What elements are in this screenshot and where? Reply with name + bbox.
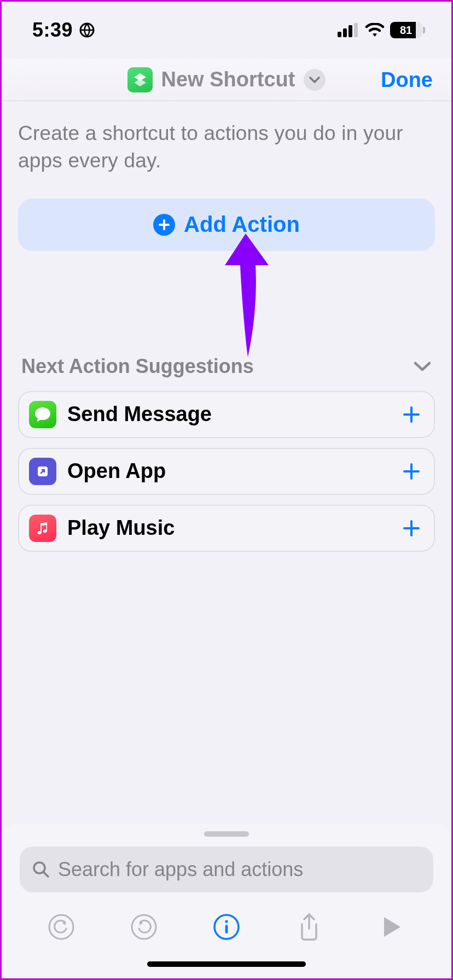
suggestion-send-message[interactable]: Send Message	[18, 391, 435, 438]
svg-rect-5	[354, 23, 358, 37]
suggestions-header: Next Action Suggestions	[21, 355, 254, 378]
music-app-icon	[29, 515, 56, 542]
svg-point-18	[132, 915, 156, 939]
status-time-group: 5:39	[32, 19, 95, 42]
svg-point-17	[49, 915, 73, 939]
intro-text: Create a shortcut to actions you do in y…	[18, 120, 435, 174]
suggestion-label: Send Message	[67, 402, 391, 426]
page-title: New Shortcut	[161, 68, 295, 91]
shortcuts-app-icon	[29, 458, 56, 485]
suggestion-label: Open App	[67, 459, 391, 483]
plus-icon[interactable]	[402, 462, 421, 481]
bottom-panel: Search for apps and actions	[3, 824, 450, 977]
cellular-signal-icon	[338, 23, 359, 37]
svg-rect-2	[338, 32, 341, 37]
status-time: 5:39	[32, 19, 73, 42]
sheet-grabber[interactable]	[204, 831, 249, 837]
shortcuts-app-icon	[127, 67, 153, 92]
status-bar: 5:39 81	[2, 2, 451, 59]
svg-line-16	[44, 872, 48, 877]
undo-button[interactable]	[47, 912, 76, 942]
content-area: Create a shortcut to actions you do in y…	[2, 101, 451, 552]
add-action-button[interactable]: Add Action	[18, 199, 435, 251]
svg-rect-21	[225, 925, 228, 934]
play-button[interactable]	[377, 912, 406, 942]
nav-bar: New Shortcut Done	[2, 59, 451, 101]
battery-indicator: 81	[390, 22, 425, 38]
plus-icon[interactable]	[402, 519, 421, 538]
svg-rect-4	[349, 25, 352, 37]
plus-icon[interactable]	[402, 405, 421, 424]
suggestion-list: Send Message Open App Play Music	[18, 391, 435, 552]
wifi-icon	[365, 23, 385, 37]
suggestion-open-app[interactable]: Open App	[18, 448, 435, 495]
redo-button[interactable]	[129, 912, 159, 942]
suggestion-label: Play Music	[67, 516, 391, 540]
svg-rect-3	[343, 28, 347, 37]
battery-percent: 81	[390, 22, 422, 38]
status-right: 81	[338, 22, 425, 38]
search-icon	[32, 860, 50, 879]
suggestion-play-music[interactable]: Play Music	[18, 505, 435, 552]
bottom-toolbar	[3, 892, 450, 961]
search-placeholder: Search for apps and actions	[58, 858, 303, 881]
suggestions-header-row[interactable]: Next Action Suggestions	[18, 355, 435, 378]
search-input[interactable]: Search for apps and actions	[20, 847, 433, 892]
messages-app-icon	[29, 401, 56, 428]
done-button[interactable]: Done	[381, 68, 433, 91]
share-button[interactable]	[294, 912, 324, 942]
svg-point-20	[225, 920, 228, 923]
home-indicator[interactable]	[147, 961, 306, 967]
nav-title-group[interactable]: New Shortcut	[127, 67, 326, 92]
chevron-down-icon[interactable]	[304, 69, 326, 91]
plus-circle-icon	[153, 214, 175, 236]
chevron-down-icon	[413, 361, 432, 372]
location-icon	[79, 22, 95, 38]
info-button[interactable]	[212, 912, 241, 942]
add-action-label: Add Action	[184, 212, 300, 237]
